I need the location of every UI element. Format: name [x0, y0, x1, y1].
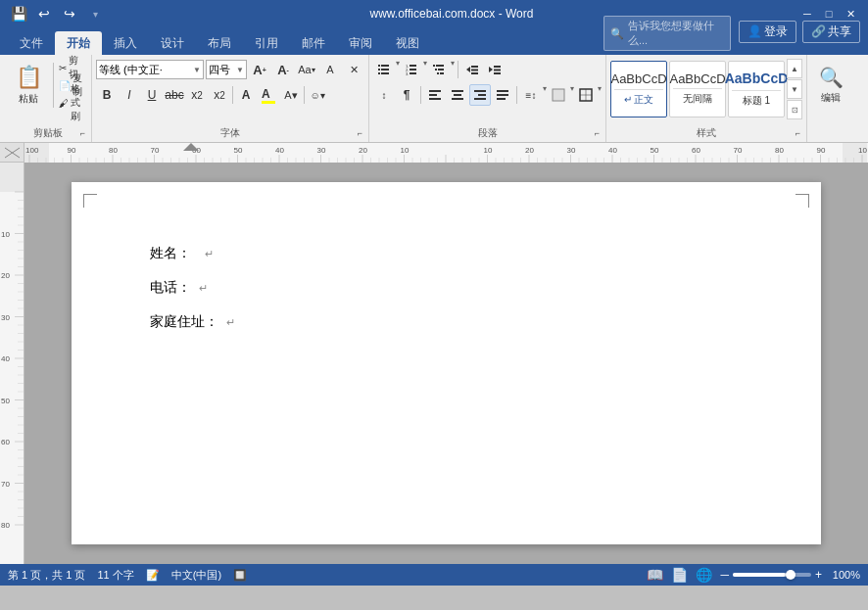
zoom-slider[interactable] — [733, 573, 811, 577]
svg-rect-3 — [381, 69, 389, 70]
svg-rect-29 — [452, 90, 463, 92]
clear-format-button[interactable]: ✕ — [343, 59, 364, 80]
align-center-button[interactable] — [447, 84, 468, 106]
font-expand-icon[interactable]: ⌐ — [358, 128, 362, 138]
shading-para-icon — [552, 88, 565, 102]
increase-indent-button[interactable] — [484, 59, 506, 80]
italic-button[interactable]: I — [119, 84, 140, 106]
increase-font-button[interactable]: A+ — [249, 59, 270, 80]
zoom-plus-button[interactable]: + — [815, 568, 822, 582]
borders-button[interactable] — [575, 84, 597, 106]
bullets-dropdown-icon[interactable]: ▾ — [396, 59, 400, 80]
shading-dropdown-icon[interactable]: ▾ — [570, 84, 574, 106]
save-icon[interactable]: 💾 — [8, 3, 29, 24]
search-box[interactable]: 🔍 告诉我您想要做什么... — [603, 16, 731, 51]
bullets-button[interactable] — [373, 59, 395, 80]
font-size-selector[interactable]: 四号 ▼ — [206, 60, 247, 79]
align-left-button[interactable] — [424, 84, 446, 106]
svg-rect-17 — [440, 72, 444, 74]
document-page[interactable]: 姓名： ↵ 电话： ↵ 家庭住址： ↵ — [72, 182, 821, 544]
tab-references[interactable]: 引用 — [243, 31, 290, 55]
tab-file[interactable]: 文件 — [8, 31, 55, 55]
numbering-button[interactable]: 1.2.3. — [401, 59, 422, 80]
font-size-value: 四号 — [209, 63, 230, 77]
styles-gallery: AaBbCcD ↵ 正文 AaBbCcD 无间隔 AaBbCcD 标题 1 ▲ … — [610, 59, 802, 119]
page-content[interactable]: 姓名： ↵ 电话： ↵ 家庭住址： ↵ — [150, 241, 743, 335]
paragraph-expand-icon[interactable]: ⌐ — [595, 128, 600, 138]
redo-icon[interactable]: ↪ — [59, 3, 80, 24]
decrease-indent-button[interactable] — [461, 59, 483, 80]
ruler-corner[interactable] — [0, 143, 24, 163]
borders-dropdown-icon[interactable]: ▾ — [598, 84, 602, 106]
justify-button[interactable] — [492, 84, 513, 106]
align-right-button[interactable] — [469, 84, 491, 106]
format-painter-button[interactable]: 🖌 格式刷 — [58, 95, 87, 112]
line-spacing-dropdown-icon[interactable]: ▾ — [543, 84, 547, 106]
decrease-font-button[interactable]: A- — [272, 59, 294, 80]
underline-button[interactable]: U — [141, 84, 163, 106]
font-color-a: A — [242, 88, 251, 102]
read-mode-button[interactable]: 📖 — [647, 567, 663, 583]
language-info[interactable]: 中文(中国) — [171, 568, 221, 583]
ruler-canvas — [24, 143, 867, 163]
styles-scroll-down-button[interactable]: ▼ — [787, 79, 802, 99]
clipboard-expand-icon[interactable]: ⌐ — [80, 128, 85, 138]
quick-access-more-icon[interactable]: ▾ — [84, 3, 106, 24]
style-normal[interactable]: AaBbCcD ↵ 正文 — [610, 61, 667, 117]
login-button[interactable]: 👤 登录 — [739, 21, 796, 43]
tab-view[interactable]: 视图 — [384, 31, 431, 55]
zoom-level[interactable]: 100% — [826, 569, 860, 581]
field-phone[interactable]: 电话： ↵ — [150, 275, 743, 300]
field-address[interactable]: 家庭住址： ↵ — [150, 309, 743, 334]
multilevel-dropdown-icon[interactable]: ▾ — [451, 59, 455, 80]
print-layout-button[interactable]: 📄 — [671, 567, 688, 583]
superscript-button[interactable]: x2 — [209, 84, 230, 106]
svg-rect-35 — [497, 90, 508, 92]
font-color-button[interactable]: A — [235, 84, 257, 106]
sort-button[interactable]: ↕ — [373, 84, 395, 106]
subscript-button[interactable]: x2 — [186, 84, 208, 106]
text-highlight-icon: A — [262, 87, 275, 104]
style-h1[interactable]: AaBbCcD 标题 1 — [728, 61, 785, 117]
line-spacing-button[interactable]: ≡↕ — [520, 84, 542, 106]
tab-insert[interactable]: 插入 — [102, 31, 149, 55]
tab-design[interactable]: 设计 — [149, 31, 196, 55]
paste-button[interactable]: 📋 粘贴 — [8, 59, 49, 112]
share-button[interactable]: 🔗 共享 — [802, 21, 860, 43]
web-layout-button[interactable]: 🌐 — [696, 567, 712, 583]
zoom-minus-button[interactable]: ─ — [720, 568, 729, 582]
tab-home[interactable]: 开始 — [55, 31, 102, 55]
page-info[interactable]: 第 1 页，共 1 页 — [8, 568, 85, 583]
editing-button[interactable]: 🔍 编辑 — [811, 59, 850, 112]
styles-scroll-up-button[interactable]: ▲ — [787, 59, 802, 78]
font-color-highlight[interactable]: A — [319, 59, 341, 80]
shading-para-button[interactable] — [548, 84, 569, 106]
word-count[interactable]: 11 个字 — [97, 568, 133, 583]
vertical-ruler-canvas — [0, 163, 24, 554]
style-no-spacing[interactable]: AaBbCcD 无间隔 — [669, 61, 726, 117]
change-case-button[interactable]: Aa▾ — [296, 59, 317, 80]
styles-expand-button[interactable]: ⊡ — [787, 100, 802, 119]
ruler-area — [0, 143, 868, 163]
multilevel-list-button[interactable] — [428, 59, 450, 80]
zoom-thumb[interactable] — [786, 570, 796, 580]
paragraph-footer: 段落 ⌐ — [373, 124, 602, 140]
show-marks-button[interactable]: ¶ — [396, 84, 417, 106]
paragraph-group-body: ▾ 1.2.3. ▾ ▾ — [373, 59, 602, 124]
bold-button[interactable]: B — [96, 84, 118, 106]
border-button[interactable]: ☺▾ — [307, 84, 328, 106]
tab-review[interactable]: 审阅 — [337, 31, 384, 55]
tab-mailings[interactable]: 邮件 — [290, 31, 337, 55]
font-name-selector[interactable]: 等线 (中文正· ▼ — [96, 60, 204, 79]
undo-icon[interactable]: ↩ — [33, 3, 55, 24]
text-highlight-button[interactable]: A — [258, 84, 279, 106]
styles-expand-icon[interactable]: ⌐ — [796, 128, 800, 138]
ribbon-search-area: 🔍 告诉我您想要做什么... 👤 登录 🔗 共享 — [603, 16, 860, 55]
shading-button[interactable]: A▾ — [280, 84, 302, 106]
numbering-dropdown-icon[interactable]: ▾ — [423, 59, 427, 80]
align-left-icon — [428, 88, 442, 102]
document-scroll[interactable]: 姓名： ↵ 电话： ↵ 家庭住址： ↵ — [24, 163, 868, 564]
tab-layout[interactable]: 布局 — [196, 31, 243, 55]
strikethrough-button[interactable]: abc — [164, 84, 185, 106]
field-name[interactable]: 姓名： ↵ — [150, 241, 743, 265]
